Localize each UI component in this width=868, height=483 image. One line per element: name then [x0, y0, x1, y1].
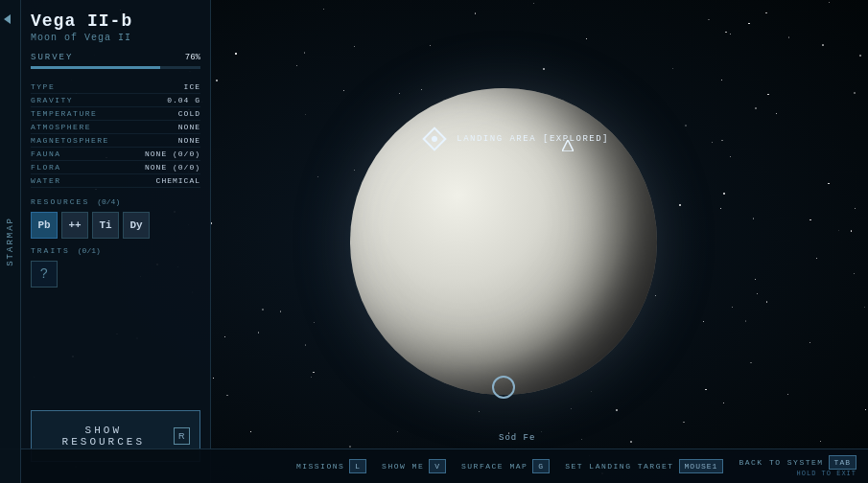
stat-row: FLORANONE (0/0) — [31, 161, 200, 174]
survey-section: SURVEY 76% — [31, 53, 200, 69]
star — [703, 321, 704, 322]
star — [776, 113, 777, 114]
star — [630, 441, 632, 443]
show-me-label: SHOW ME — [382, 462, 424, 471]
star — [757, 293, 758, 294]
star — [216, 80, 218, 81]
star — [723, 193, 725, 195]
resource-symbol: Ti — [99, 220, 111, 231]
star — [829, 2, 830, 3]
star — [723, 402, 724, 403]
show-me-key: V — [429, 459, 446, 473]
back-to-system-action[interactable]: BACK TO SYSTEM TAB HOLD TO EXIT — [739, 455, 856, 477]
star — [311, 377, 312, 378]
missions-action[interactable]: MISSIONS L — [296, 459, 366, 473]
star — [816, 258, 817, 259]
star — [855, 208, 856, 209]
landing-label: LANDING AREA [EXPLORED] — [457, 134, 609, 144]
star — [851, 230, 853, 232]
hold-to-exit-label: HOLD TO EXIT — [797, 470, 856, 477]
set-landing-label: SET LANDING TARGET — [565, 462, 673, 471]
stat-row: TEMPERATURECOLD — [31, 107, 200, 121]
star — [475, 12, 477, 14]
star — [305, 344, 306, 345]
stat-value: NONE (0/0) — [145, 163, 200, 172]
left-panel: STARMAP Vega II-b Moon of Vega II SURVEY… — [0, 0, 211, 483]
planet-subtitle: Moon of Vega II — [31, 33, 200, 43]
resource-icon: Pb — [31, 212, 58, 239]
survey-bar-container — [31, 66, 200, 69]
missions-label: MISSIONS — [296, 462, 344, 471]
star — [748, 23, 749, 24]
star — [725, 32, 727, 34]
survey-row: SURVEY 76% — [31, 53, 200, 62]
landing-marker: LANDING AREA [EXPLORED] — [420, 125, 609, 153]
sod-fe-label: Sod Fe — [499, 433, 535, 443]
target-marker[interactable] — [492, 376, 515, 399]
star — [224, 336, 225, 337]
star — [317, 176, 318, 177]
star — [705, 389, 706, 390]
starmap-toggle[interactable]: STARMAP — [0, 0, 21, 483]
player-marker-container — [562, 139, 574, 156]
resource-symbol: Dy — [129, 220, 142, 231]
resources-count: (0/4) — [97, 197, 120, 206]
traits-header: TRAITS (0/1) — [31, 246, 200, 255]
star — [430, 45, 431, 46]
stat-label: FLORA — [31, 163, 61, 172]
star — [314, 322, 315, 323]
star — [865, 409, 866, 410]
star — [679, 204, 681, 206]
bottom-bar: MISSIONS L SHOW ME V SURFACE MAP G SET L… — [0, 448, 868, 483]
star — [765, 12, 766, 13]
star — [280, 310, 282, 312]
star — [828, 183, 829, 184]
star — [571, 408, 572, 409]
star — [226, 395, 227, 396]
star — [755, 107, 757, 109]
star — [479, 411, 480, 412]
star — [732, 307, 733, 308]
resource-symbol: ++ — [68, 220, 81, 231]
star — [354, 46, 355, 47]
traits-title: TRAITS — [31, 246, 70, 255]
stats-table: TYPEICEGRAVITY0.04 GTEMPERATURECOLDATMOS… — [31, 80, 200, 188]
star — [541, 431, 542, 432]
surface-map-action[interactable]: SURFACE MAP G — [461, 459, 550, 473]
star — [859, 55, 861, 57]
stat-row: GRAVITY0.04 G — [31, 94, 200, 107]
starmap-label: STARMAP — [6, 217, 15, 266]
stat-label: TYPE — [31, 82, 55, 91]
stat-value: CHEMICAL — [156, 176, 200, 185]
surface-map-key: G — [532, 459, 550, 473]
landing-marker-icon — [420, 125, 449, 153]
stat-label: GRAVITY — [31, 96, 73, 104]
star — [864, 307, 865, 308]
star — [809, 219, 811, 221]
star — [343, 90, 344, 91]
set-landing-action[interactable]: SET LANDING TARGET MOUSE1 — [565, 459, 723, 473]
resources-title: RESOURCES — [31, 197, 89, 206]
show-me-action[interactable]: SHOW ME V — [382, 459, 446, 473]
star — [755, 279, 756, 280]
stat-value: NONE — [178, 136, 200, 145]
back-to-system-label: BACK TO SYSTEM — [739, 458, 823, 467]
star — [304, 52, 306, 54]
star — [788, 36, 790, 38]
trait-unknown-icon: ? — [31, 261, 58, 288]
star — [349, 446, 351, 448]
stat-row: WATERCHEMICAL — [31, 174, 200, 188]
star — [213, 378, 214, 379]
star — [581, 439, 582, 440]
back-to-system-key: TAB — [829, 455, 856, 470]
resources-header: RESOURCES (0/4) — [31, 197, 200, 206]
stat-value: ICE — [184, 82, 200, 91]
star — [730, 156, 731, 157]
surface-map-label: SURFACE MAP — [461, 462, 528, 471]
stat-row: MAGNETOSPHERENONE — [31, 134, 200, 148]
show-resources-label: SHOW RESOURCES — [41, 425, 166, 448]
stat-value: COLD — [178, 109, 200, 118]
star — [683, 422, 684, 423]
star — [296, 65, 297, 66]
star — [235, 53, 236, 54]
